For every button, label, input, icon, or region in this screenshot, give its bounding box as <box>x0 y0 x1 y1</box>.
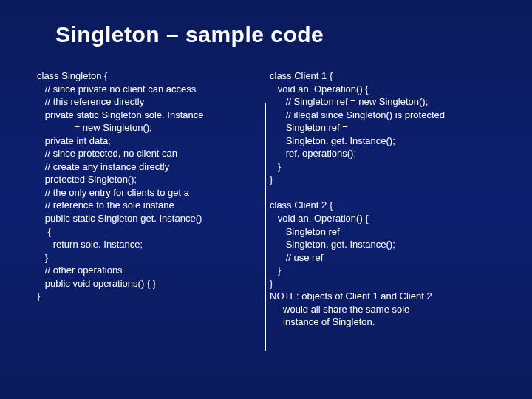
column-divider <box>265 103 266 351</box>
content-area: class Singleton { // since private no cl… <box>0 47 532 329</box>
left-code-column: class Singleton { // since private no cl… <box>37 69 261 329</box>
right-code-column: class Client 1 { void an. Operation() { … <box>261 69 491 329</box>
slide-title: Singleton – sample code <box>0 0 532 47</box>
